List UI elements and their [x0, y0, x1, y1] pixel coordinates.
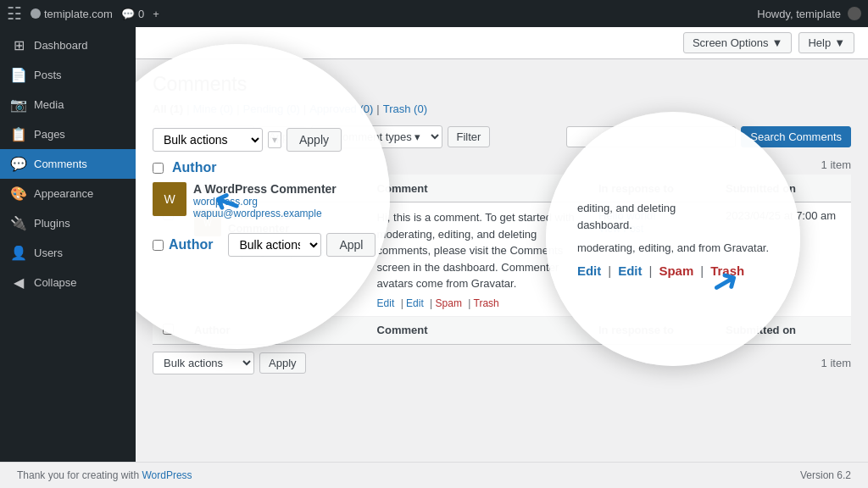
sidebar-item-dashboard[interactable]: ⊞ Dashboard: [0, 30, 136, 60]
table-header: Author Comment In response to Submitted …: [153, 175, 851, 202]
apply-btn-bottom[interactable]: Apply: [259, 352, 306, 374]
sidebar-item-plugins[interactable]: 🔌 Plugins: [0, 208, 136, 238]
help-btn[interactable]: Help ▼: [798, 32, 854, 53]
page-title: Comments: [153, 73, 851, 96]
comments-count[interactable]: 💬 0: [121, 8, 144, 20]
author-name: A WordPress Commenter: [228, 209, 297, 235]
date-cell: 2023/04/25 at 7:00 am: [715, 202, 851, 317]
col-header-response[interactable]: In response to: [588, 175, 715, 202]
sidebar-label-pages: Pages: [34, 128, 125, 141]
items-count-top: 1 item: [153, 155, 851, 175]
wordpress-link[interactable]: WordPress: [142, 469, 192, 481]
search-comments-input[interactable]: [566, 126, 736, 147]
sidebar-item-media[interactable]: 📷 Media: [0, 90, 136, 119]
new-content-btn[interactable]: +: [153, 8, 159, 20]
sidebar-item-users[interactable]: 👤 Users: [0, 238, 136, 268]
svg-point-0: [31, 8, 41, 19]
chevron-down-icon: ▼: [772, 36, 783, 49]
sidebar-label-collapse: Collapse: [34, 276, 125, 289]
tablenav-bottom-left: Bulk actions Apply: [153, 352, 816, 374]
user-greeting: Howdy, temiplate: [757, 7, 861, 20]
apply-btn-top[interactable]: Apply: [259, 126, 306, 147]
type-filter-select[interactable]: All comment types ▾: [311, 125, 442, 148]
filter-pending[interactable]: Pending (0): [243, 103, 300, 115]
plugins-icon: 🔌: [10, 215, 27, 231]
view-post-link[interactable]: View Post: [598, 223, 643, 235]
sidebar-label-media: Media: [34, 98, 125, 111]
user-avatar: [848, 7, 861, 20]
footer: Thank you for creating with WordPress Ve…: [0, 462, 868, 488]
table-footer: Author Comment In response to Submitted …: [153, 316, 851, 344]
footer-row: Author Comment In response to Submitted …: [153, 316, 851, 344]
header-row: Author Comment In response to Submitted …: [153, 175, 851, 202]
filter-all[interactable]: All (1): [153, 103, 183, 115]
spam-btn[interactable]: Spam: [436, 297, 462, 309]
main-content: Screen Options ▼ Help ▼ Comments All (1)…: [136, 27, 868, 462]
main-layout: ⊞ Dashboard 📄 Posts 📷 Media 📋 Pages 💬 Co…: [0, 27, 868, 462]
sidebar-item-collapse[interactable]: ◀ Collapse: [0, 268, 136, 297]
dashboard-icon: ⊞: [10, 37, 27, 53]
sidebar-item-comments[interactable]: 💬 Comments: [0, 149, 136, 179]
footer-author-col[interactable]: Author: [184, 316, 367, 344]
page-content: Comments All (1) | Mine (0) | Pending (0…: [136, 59, 868, 395]
col-header-author[interactable]: Author: [184, 175, 367, 202]
sidebar-item-appearance[interactable]: 🎨 Appearance: [0, 179, 136, 208]
author-website[interactable]: wordpress.org: [228, 235, 357, 247]
options-bar: Screen Options ▼ Help ▼: [136, 27, 868, 59]
filter-btn[interactable]: Filter: [448, 126, 491, 147]
footer-credit: Thank you for creating with WordPress: [17, 469, 192, 481]
response-cell: Hello world! View Post: [588, 202, 715, 317]
sidebar-item-pages[interactable]: 📋 Pages: [0, 119, 136, 149]
sidebar-label-plugins: Plugins: [34, 217, 125, 230]
author-cell: W A WordPress Commenter wordpress.org wa…: [184, 202, 367, 317]
response-title[interactable]: Hello world!: [598, 209, 705, 222]
row-checkbox[interactable]: [163, 209, 174, 220]
sidebar: ⊞ Dashboard 📄 Posts 📷 Media 📋 Pages 💬 Co…: [0, 27, 136, 462]
author-email[interactable]: wapuu@wordpress.example: [228, 247, 357, 258]
footer-response-col[interactable]: In response to: [588, 316, 715, 344]
footer-date-col[interactable]: Submitted on: [715, 316, 851, 344]
comment-cell: Hi, this is a comment. To get started wi…: [367, 202, 588, 317]
bulk-actions-select-bottom[interactable]: Bulk actions: [153, 352, 254, 374]
bulk-actions-select-top[interactable]: Bulk actions: [153, 125, 254, 148]
comment-text: Hi, this is a comment. To get started wi…: [377, 209, 578, 292]
table-body: W A WordPress Commenter wordpress.org wa…: [153, 202, 851, 317]
gravatar: W: [194, 209, 221, 236]
tablenav-bottom: Bulk actions Apply 1 item: [153, 352, 851, 374]
footer-comment-col: Comment: [367, 316, 588, 344]
edit-comment-btn[interactable]: Edit: [377, 297, 395, 309]
quick-edit-btn[interactable]: Edit: [406, 297, 424, 309]
col-header-comment: Comment: [367, 175, 588, 202]
pages-icon: 📋: [10, 126, 27, 142]
site-name-text: temiplate.com: [44, 8, 113, 20]
sidebar-item-posts[interactable]: 📄 Posts: [0, 60, 136, 90]
users-icon: 👤: [10, 245, 27, 261]
author-details: A WordPress Commenter wordpress.org wapu…: [228, 209, 357, 258]
comments-icon: 💬: [10, 156, 27, 172]
col-header-date[interactable]: Submitted on: [715, 175, 851, 202]
col-header-checkbox: [153, 175, 184, 202]
media-icon: 📷: [10, 97, 27, 113]
select-all-footer-checkbox[interactable]: [163, 324, 174, 335]
filter-approved[interactable]: Approved (0): [309, 103, 373, 115]
screen-options-btn[interactable]: Screen Options ▼: [683, 32, 792, 53]
admin-bar: ☷ temiplate.com 💬 0 + Howdy, temiplate: [0, 0, 868, 27]
wp-logo-icon: ☷: [7, 3, 22, 24]
chevron-down-icon-help: ▼: [834, 36, 845, 49]
comment-date: 2023/04/25 at 7:00 am: [726, 209, 836, 222]
filter-trash[interactable]: Trash (0): [383, 103, 427, 115]
site-name[interactable]: temiplate.com: [31, 8, 113, 20]
footer-checkbox-cell: [153, 316, 184, 344]
search-comments-btn[interactable]: Search Comments: [741, 126, 851, 147]
filter-mine[interactable]: Mine (0): [193, 103, 234, 115]
sidebar-label-posts: Posts: [34, 69, 125, 81]
items-count-bottom: 1 item: [821, 357, 851, 369]
comment-actions: Edit | Edit | Spam | Trash: [377, 297, 578, 309]
posts-icon: 📄: [10, 67, 27, 83]
select-all-checkbox[interactable]: [163, 181, 174, 192]
home-icon: [31, 8, 41, 19]
tablenav-top: Bulk actions Apply All comment types ▾ F…: [153, 125, 851, 148]
collapse-icon: ◀: [10, 274, 27, 291]
table-container: Author Comment In response to Submitted …: [153, 175, 851, 345]
trash-btn[interactable]: Trash: [474, 297, 499, 309]
